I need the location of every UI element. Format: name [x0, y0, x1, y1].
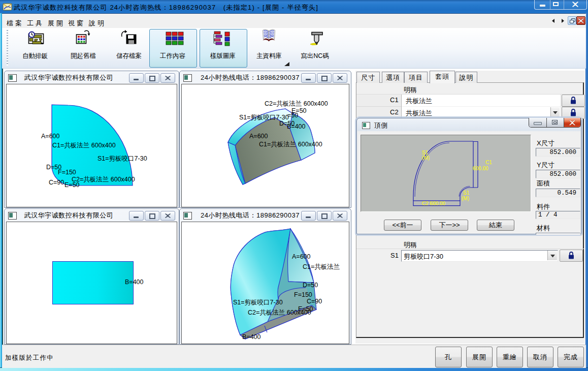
svg-text:S1: S1	[463, 190, 470, 196]
svg-text:(M): (M)	[462, 196, 469, 201]
svg-text:C1: C1	[485, 160, 492, 165]
svg-text:(M): (M)	[422, 155, 430, 161]
svg-text:C2 600.00: C2 600.00	[422, 201, 446, 206]
svg-text:600.00: 600.00	[473, 166, 488, 171]
